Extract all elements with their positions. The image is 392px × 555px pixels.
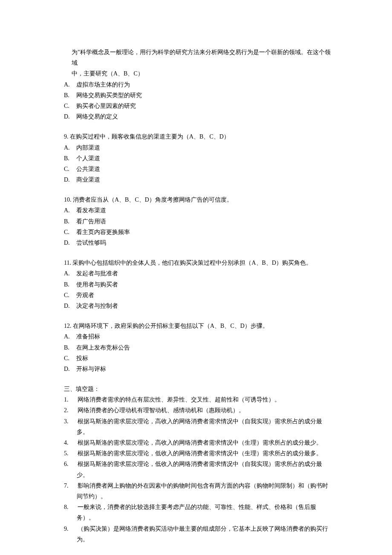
option-a: A. 内部渠道 bbox=[64, 142, 332, 153]
option-text: 商业渠道 bbox=[76, 176, 100, 183]
option-letter: B. bbox=[64, 342, 72, 353]
fill-item-text: （购买决策）是网络消费者购买活动中最主要的组成部分，它基本上反映了网络消费者的购… bbox=[77, 526, 328, 543]
option-a: A. 发起者与批准者 bbox=[64, 268, 332, 279]
option-text: 发起者与批准者 bbox=[76, 270, 118, 277]
option-text: 尝试性够吗 bbox=[76, 240, 106, 246]
option-letter: A. bbox=[64, 79, 72, 90]
fill-item: 9. （购买决策）是网络消费者购买活动中最主要的组成部分，它基本上反映了网络消费… bbox=[64, 523, 332, 545]
option-text: 个人渠道 bbox=[76, 155, 100, 162]
fill-item-text: 根据马斯洛的需求层次理论，高收入的网络消费者需求情况中（生理）需求所占的成分最少… bbox=[78, 439, 322, 446]
question-stem-continuation: 中，主要研究（A、B、C） bbox=[64, 68, 332, 79]
option-letter: D. bbox=[64, 237, 72, 248]
option-a: A. 虚拟市场主体的行为 bbox=[64, 79, 332, 90]
question-stem-continuation: 为"科学概念及一般理论，用行为科学的研究方法来分析网络交易行为是一个崭新的领域。… bbox=[64, 47, 332, 68]
fill-item: 8. 一般来说，消费者的比较选择主要考虑产品的功能、可靠性、性能、样式、价格和（… bbox=[64, 502, 332, 523]
option-text: 旁观者 bbox=[76, 292, 94, 298]
option-letter: D. bbox=[64, 364, 72, 374]
question-12: 12. 在网络环境下，政府采购的公开招标主要包括以下（A、B、C、D）步骤。 A… bbox=[64, 321, 332, 374]
option-letter: A. bbox=[64, 331, 72, 342]
question-stem: 9. 在购买过程中，顾客收集信息的渠道主要为（A、B、C、D） bbox=[64, 131, 332, 142]
fill-item: 3. 根据马斯洛的需求层次理论，高收入的网络消费者需求情况中（自我实现）需求所占… bbox=[64, 416, 332, 437]
fill-item: 5. 根据马斯洛的需求层次理论，低收入的网络消费者需求情况中（生理）需求所占的成… bbox=[64, 448, 332, 459]
option-letter: A. bbox=[64, 205, 72, 216]
option-letter: C. bbox=[64, 164, 72, 174]
item-number: 5. bbox=[64, 448, 76, 459]
option-text: 公共渠道 bbox=[76, 166, 100, 172]
option-b: B. 个人渠道 bbox=[64, 153, 332, 164]
option-c: C. 投标 bbox=[64, 353, 332, 364]
option-b: B. 网络交易购买类型的研究 bbox=[64, 90, 332, 101]
option-text: 在网上发布竞标公告 bbox=[76, 344, 130, 351]
option-letter: C. bbox=[64, 353, 72, 364]
option-text: 看发布渠道 bbox=[76, 207, 106, 214]
question-11: 11. 采购中心包括组织中的全体人员，他们在购买决策过程中分别承担（A、B、D）… bbox=[64, 257, 332, 311]
fill-in-blank-list: 1. 网络消费者需求的特点有层次性、差异性、交叉性、超前性和（可诱导性）。2. … bbox=[64, 394, 332, 545]
fill-item: 6. 根据马斯洛的需求层次理论，低收入的网络消费者需求情况中（自我实现）需求所占… bbox=[64, 459, 332, 480]
option-letter: C. bbox=[64, 227, 72, 237]
option-c: C. 购买者心里因素的研究 bbox=[64, 101, 332, 111]
item-number: 3. bbox=[64, 416, 76, 427]
option-text: 看主页内容更换频率 bbox=[76, 229, 130, 235]
option-text: 准备招标 bbox=[76, 333, 100, 340]
item-number: 7. bbox=[64, 480, 76, 491]
fill-item-text: 影响消费者网上购物的外在因素中的购物时间包含有两方面的内容（购物时间限制）和（购… bbox=[77, 483, 328, 500]
item-number: 9. bbox=[64, 523, 76, 534]
option-letter: B. bbox=[64, 153, 72, 164]
option-c: C. 旁观者 bbox=[64, 290, 332, 301]
option-text: 使用者与购买者 bbox=[76, 281, 118, 288]
item-number: 8. bbox=[64, 502, 76, 512]
option-text: 开标与评标 bbox=[76, 366, 106, 372]
fill-item-text: 一般来说，消费者的比较选择主要考虑产品的功能、可靠性、性能、样式、价格和（售后服… bbox=[77, 504, 316, 521]
option-letter: B. bbox=[64, 279, 72, 290]
question-stem: 11. 采购中心包括组织中的全体人员，他们在购买决策过程中分别承担（A、B、D）… bbox=[64, 257, 332, 268]
option-c: C. 看主页内容更换频率 bbox=[64, 227, 332, 237]
item-number: 2. bbox=[64, 405, 76, 416]
option-text: 购买者心里因素的研究 bbox=[76, 103, 136, 109]
option-text: 网络交易购买类型的研究 bbox=[76, 92, 142, 98]
option-letter: B. bbox=[64, 216, 72, 227]
option-text: 网络交易的定义 bbox=[76, 113, 118, 120]
option-letter: C. bbox=[64, 290, 72, 301]
option-c: C. 公共渠道 bbox=[64, 164, 332, 174]
option-letter: A. bbox=[64, 142, 72, 153]
option-a: A. 准备招标 bbox=[64, 331, 332, 342]
question-10: 10. 消费者应当从（A、B、C、D）角度考擦网络广告的可信度。 A. 看发布渠… bbox=[64, 194, 332, 248]
fill-item: 4. 根据马斯洛的需求层次理论，高收入的网络消费者需求情况中（生理）需求所占的成… bbox=[64, 437, 332, 448]
option-d: D. 网络交易的定义 bbox=[64, 111, 332, 122]
option-d: D. 商业渠道 bbox=[64, 174, 332, 185]
option-letter: B. bbox=[64, 90, 72, 101]
option-b: B. 在网上发布竞标公告 bbox=[64, 342, 332, 353]
option-d: D. 开标与评标 bbox=[64, 364, 332, 374]
option-b: B. 看广告用语 bbox=[64, 216, 332, 227]
option-text: 投标 bbox=[76, 355, 88, 361]
question-stem: 10. 消费者应当从（A、B、C、D）角度考擦网络广告的可信度。 bbox=[64, 194, 332, 205]
section-3-heading: 三、填空题： bbox=[64, 384, 332, 394]
fill-item-text: 根据马斯洛的需求层次理论，低收入的网络消费者需求情况中（自我实现）需求所占的成分… bbox=[77, 461, 322, 478]
option-letter: C. bbox=[64, 101, 72, 111]
question-stem: 12. 在网络环境下，政府采购的公开招标主要包括以下（A、B、C、D）步骤。 bbox=[64, 321, 332, 331]
fill-item: 1. 网络消费者需求的特点有层次性、差异性、交叉性、超前性和（可诱导性）。 bbox=[64, 394, 332, 405]
option-b: B. 使用者与购买者 bbox=[64, 279, 332, 290]
fill-item-text: 根据马斯洛的需求层次理论，高收入的网络消费者需求情况中（自我实现）需求所占的成分… bbox=[77, 418, 322, 435]
option-a: A. 看发布渠道 bbox=[64, 205, 332, 216]
option-text: 决定者与控制者 bbox=[76, 303, 118, 309]
option-d: D. 尝试性够吗 bbox=[64, 237, 332, 248]
fill-item: 2. 网络消费者的心理动机有理智动机、感情动机和（惠顾动机）。 bbox=[64, 405, 332, 416]
fill-item-text: 网络消费者的心理动机有理智动机、感情动机和（惠顾动机）。 bbox=[78, 407, 245, 413]
question-8-partial: 为"科学概念及一般理论，用行为科学的研究方法来分析网络交易行为是一个崭新的领域。… bbox=[64, 47, 332, 122]
item-number: 1. bbox=[64, 394, 76, 405]
option-text: 看广告用语 bbox=[76, 218, 106, 225]
option-text: 虚拟市场主体的行为 bbox=[76, 81, 130, 88]
option-letter: D. bbox=[64, 111, 72, 122]
fill-item: 7. 影响消费者网上购物的外在因素中的购物时间包含有两方面的内容（购物时间限制）… bbox=[64, 480, 332, 502]
item-number: 6. bbox=[64, 459, 76, 469]
option-letter: D. bbox=[64, 174, 72, 185]
option-d: D. 决定者与控制者 bbox=[64, 301, 332, 311]
option-letter: D. bbox=[64, 301, 72, 311]
question-9: 9. 在购买过程中，顾客收集信息的渠道主要为（A、B、C、D） A. 内部渠道 … bbox=[64, 131, 332, 185]
option-letter: A. bbox=[64, 268, 72, 279]
fill-item-text: 根据马斯洛的需求层次理论，低收入的网络消费者需求情况中（生理）需求所占的成分最多… bbox=[78, 450, 322, 457]
option-text: 内部渠道 bbox=[76, 145, 100, 151]
item-number: 4. bbox=[64, 437, 76, 448]
fill-item-text: 网络消费者需求的特点有层次性、差异性、交叉性、超前性和（可诱导性）。 bbox=[78, 396, 280, 403]
